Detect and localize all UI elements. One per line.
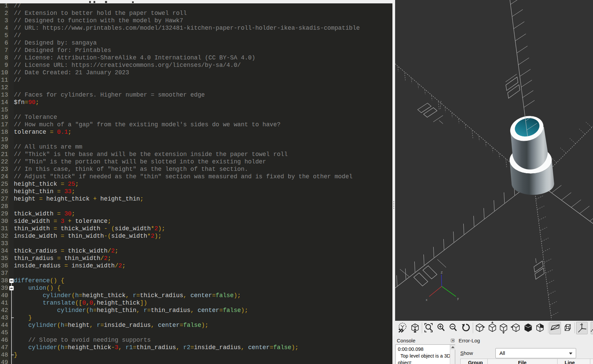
svg-text:Z: Z [441,270,443,274]
svg-text:x: x [426,298,428,302]
svg-text:y: y [457,296,459,300]
